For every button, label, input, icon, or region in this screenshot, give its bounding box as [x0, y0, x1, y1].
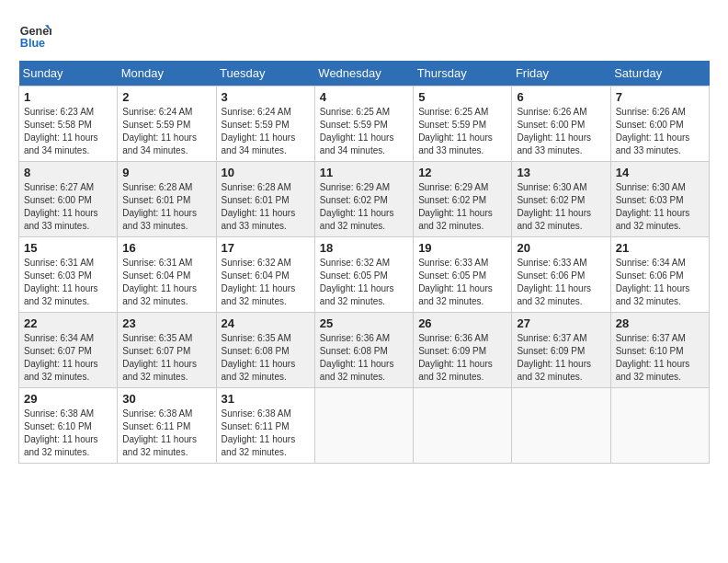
calendar-cell: 13Sunrise: 6:30 AM Sunset: 6:02 PM Dayli… [512, 162, 610, 237]
day-number: 31 [222, 392, 310, 406]
day-number: 16 [122, 241, 210, 255]
calendar: SundayMondayTuesdayWednesdayThursdayFrid… [18, 61, 710, 464]
calendar-cell: 8Sunrise: 6:27 AM Sunset: 6:00 PM Daylig… [19, 162, 118, 237]
calendar-cell: 23Sunrise: 6:35 AM Sunset: 6:07 PM Dayli… [118, 313, 216, 388]
day-info: Sunrise: 6:27 AM Sunset: 6:00 PM Dayligh… [24, 181, 112, 233]
calendar-cell: 22Sunrise: 6:34 AM Sunset: 6:07 PM Dayli… [19, 313, 118, 388]
day-number: 1 [24, 90, 112, 104]
calendar-cell: 25Sunrise: 6:36 AM Sunset: 6:08 PM Dayli… [314, 313, 413, 388]
calendar-cell: 10Sunrise: 6:28 AM Sunset: 6:01 PM Dayli… [216, 162, 314, 237]
day-info: Sunrise: 6:35 AM Sunset: 6:07 PM Dayligh… [122, 332, 210, 384]
calendar-cell: 7Sunrise: 6:26 AM Sunset: 6:00 PM Daylig… [610, 86, 709, 162]
calendar-cell: 24Sunrise: 6:35 AM Sunset: 6:08 PM Dayli… [216, 313, 314, 388]
day-number: 19 [418, 241, 506, 255]
calendar-week-1: 1Sunrise: 6:23 AM Sunset: 5:58 PM Daylig… [19, 86, 710, 162]
day-number: 29 [24, 392, 112, 406]
day-number: 21 [616, 241, 704, 255]
logo-icon: General Blue [18, 18, 51, 52]
weekday-tuesday: Tuesday [216, 61, 314, 86]
day-number: 20 [517, 241, 605, 255]
day-info: Sunrise: 6:29 AM Sunset: 6:02 PM Dayligh… [320, 181, 408, 233]
day-info: Sunrise: 6:30 AM Sunset: 6:02 PM Dayligh… [517, 181, 605, 233]
weekday-monday: Monday [118, 61, 216, 86]
day-number: 6 [517, 90, 605, 104]
calendar-cell: 21Sunrise: 6:34 AM Sunset: 6:06 PM Dayli… [610, 237, 709, 313]
day-info: Sunrise: 6:29 AM Sunset: 6:02 PM Dayligh… [418, 181, 506, 233]
calendar-cell: 3Sunrise: 6:24 AM Sunset: 5:59 PM Daylig… [216, 86, 314, 162]
calendar-cell: 9Sunrise: 6:28 AM Sunset: 6:01 PM Daylig… [118, 162, 216, 237]
day-info: Sunrise: 6:31 AM Sunset: 6:04 PM Dayligh… [122, 257, 210, 308]
calendar-cell: 20Sunrise: 6:33 AM Sunset: 6:06 PM Dayli… [512, 237, 610, 313]
day-number: 25 [320, 316, 408, 330]
calendar-cell: 1Sunrise: 6:23 AM Sunset: 5:58 PM Daylig… [19, 86, 118, 162]
day-number: 22 [24, 316, 112, 330]
calendar-cell [314, 388, 413, 464]
day-info: Sunrise: 6:26 AM Sunset: 6:00 PM Dayligh… [517, 106, 605, 157]
day-info: Sunrise: 6:38 AM Sunset: 6:11 PM Dayligh… [222, 408, 310, 459]
day-info: Sunrise: 6:38 AM Sunset: 6:11 PM Dayligh… [122, 408, 210, 459]
day-number: 24 [222, 316, 310, 330]
calendar-cell: 26Sunrise: 6:36 AM Sunset: 6:09 PM Dayli… [414, 313, 512, 388]
day-info: Sunrise: 6:37 AM Sunset: 6:10 PM Dayligh… [616, 332, 704, 384]
calendar-cell: 12Sunrise: 6:29 AM Sunset: 6:02 PM Dayli… [414, 162, 512, 237]
day-number: 14 [616, 166, 704, 179]
day-number: 3 [222, 90, 310, 104]
weekday-saturday: Saturday [610, 61, 709, 86]
day-info: Sunrise: 6:28 AM Sunset: 6:01 PM Dayligh… [222, 181, 310, 233]
weekday-friday: Friday [512, 61, 610, 86]
day-number: 8 [24, 166, 112, 179]
calendar-cell: 19Sunrise: 6:33 AM Sunset: 6:05 PM Dayli… [414, 237, 512, 313]
calendar-cell [512, 388, 610, 464]
calendar-week-2: 8Sunrise: 6:27 AM Sunset: 6:00 PM Daylig… [19, 162, 710, 237]
day-number: 26 [418, 316, 506, 330]
weekday-sunday: Sunday [19, 61, 118, 86]
day-number: 23 [122, 316, 210, 330]
calendar-cell: 14Sunrise: 6:30 AM Sunset: 6:03 PM Dayli… [610, 162, 709, 237]
calendar-cell: 4Sunrise: 6:25 AM Sunset: 5:59 PM Daylig… [314, 86, 413, 162]
day-info: Sunrise: 6:30 AM Sunset: 6:03 PM Dayligh… [616, 181, 704, 233]
day-info: Sunrise: 6:35 AM Sunset: 6:08 PM Dayligh… [222, 332, 310, 384]
calendar-cell: 6Sunrise: 6:26 AM Sunset: 6:00 PM Daylig… [512, 86, 610, 162]
header: General Blue [18, 18, 710, 52]
calendar-cell: 2Sunrise: 6:24 AM Sunset: 5:59 PM Daylig… [118, 86, 216, 162]
calendar-cell: 17Sunrise: 6:32 AM Sunset: 6:04 PM Dayli… [216, 237, 314, 313]
day-info: Sunrise: 6:31 AM Sunset: 6:03 PM Dayligh… [24, 257, 112, 308]
calendar-body: 1Sunrise: 6:23 AM Sunset: 5:58 PM Daylig… [19, 86, 710, 464]
day-number: 4 [320, 90, 408, 104]
day-info: Sunrise: 6:36 AM Sunset: 6:08 PM Dayligh… [320, 332, 408, 384]
day-number: 27 [517, 316, 605, 330]
day-number: 13 [517, 166, 605, 179]
day-info: Sunrise: 6:32 AM Sunset: 6:05 PM Dayligh… [320, 257, 408, 308]
calendar-cell: 18Sunrise: 6:32 AM Sunset: 6:05 PM Dayli… [314, 237, 413, 313]
day-info: Sunrise: 6:33 AM Sunset: 6:05 PM Dayligh… [418, 257, 506, 308]
day-info: Sunrise: 6:32 AM Sunset: 6:04 PM Dayligh… [222, 257, 310, 308]
calendar-cell [414, 388, 512, 464]
calendar-week-4: 22Sunrise: 6:34 AM Sunset: 6:07 PM Dayli… [19, 313, 710, 388]
calendar-cell: 30Sunrise: 6:38 AM Sunset: 6:11 PM Dayli… [118, 388, 216, 464]
day-info: Sunrise: 6:25 AM Sunset: 5:59 PM Dayligh… [320, 106, 408, 157]
svg-text:Blue: Blue [20, 37, 45, 50]
calendar-cell: 28Sunrise: 6:37 AM Sunset: 6:10 PM Dayli… [610, 313, 709, 388]
weekday-thursday: Thursday [414, 61, 512, 86]
day-number: 18 [320, 241, 408, 255]
day-info: Sunrise: 6:37 AM Sunset: 6:09 PM Dayligh… [517, 332, 605, 384]
day-info: Sunrise: 6:36 AM Sunset: 6:09 PM Dayligh… [418, 332, 506, 384]
day-info: Sunrise: 6:38 AM Sunset: 6:10 PM Dayligh… [24, 408, 112, 459]
calendar-week-5: 29Sunrise: 6:38 AM Sunset: 6:10 PM Dayli… [19, 388, 710, 464]
day-info: Sunrise: 6:23 AM Sunset: 5:58 PM Dayligh… [24, 106, 112, 157]
day-info: Sunrise: 6:25 AM Sunset: 5:59 PM Dayligh… [418, 106, 506, 157]
day-info: Sunrise: 6:24 AM Sunset: 5:59 PM Dayligh… [222, 106, 310, 157]
day-number: 30 [122, 392, 210, 406]
weekday-wednesday: Wednesday [314, 61, 413, 86]
day-info: Sunrise: 6:34 AM Sunset: 6:06 PM Dayligh… [616, 257, 704, 308]
calendar-cell: 27Sunrise: 6:37 AM Sunset: 6:09 PM Dayli… [512, 313, 610, 388]
day-number: 28 [616, 316, 704, 330]
calendar-cell: 31Sunrise: 6:38 AM Sunset: 6:11 PM Dayli… [216, 388, 314, 464]
calendar-cell: 29Sunrise: 6:38 AM Sunset: 6:10 PM Dayli… [19, 388, 118, 464]
day-info: Sunrise: 6:33 AM Sunset: 6:06 PM Dayligh… [517, 257, 605, 308]
calendar-cell [610, 388, 709, 464]
weekday-header: SundayMondayTuesdayWednesdayThursdayFrid… [19, 61, 710, 86]
day-number: 7 [616, 90, 704, 104]
day-number: 17 [222, 241, 310, 255]
calendar-cell: 5Sunrise: 6:25 AM Sunset: 5:59 PM Daylig… [414, 86, 512, 162]
